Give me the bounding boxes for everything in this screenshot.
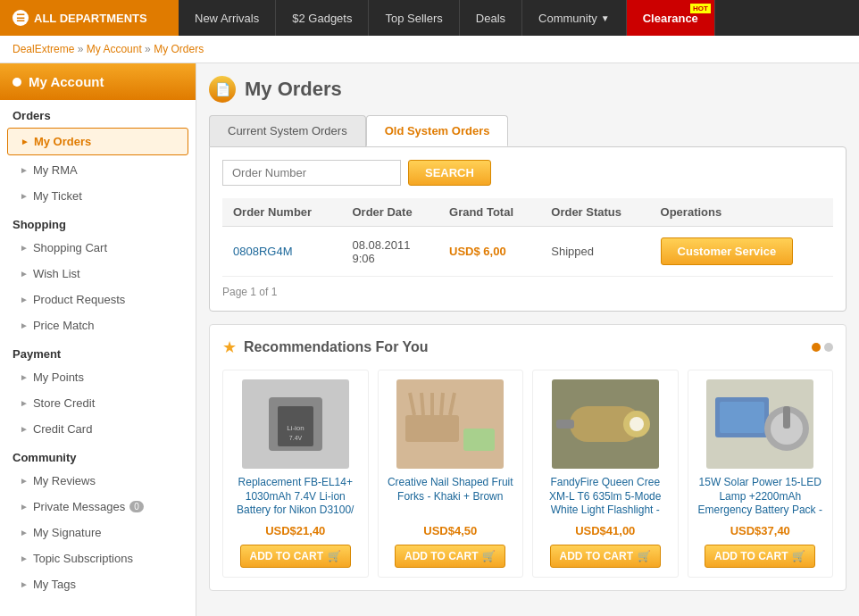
sidebar-item-label: Store Credit bbox=[33, 396, 95, 410]
sidebar-item-label: My Tags bbox=[33, 578, 76, 591]
col-header-grand-total: Grand Total bbox=[438, 198, 540, 227]
product-image-1: Li-ion 7.4V bbox=[242, 379, 349, 469]
sidebar-item-topic-subscriptions[interactable]: ► Topic Subscriptions bbox=[0, 545, 196, 571]
nav-item-clearance[interactable]: Clearance HOT bbox=[627, 0, 715, 36]
sidebar-item-store-credit[interactable]: ► Store Credit bbox=[0, 390, 196, 416]
sidebar-item-label: Credit Card bbox=[33, 422, 92, 436]
nav-item-new-arrivals[interactable]: New Arrivals bbox=[179, 0, 276, 36]
recommendations-products: Li-ion 7.4V Replacement FB-EL14+ 1030mAh… bbox=[222, 370, 833, 578]
sidebar-header-label: My Account bbox=[29, 74, 104, 89]
order-date-cell: 08.08.2011 9:06 bbox=[341, 227, 438, 277]
breadcrumb-sep2: » bbox=[145, 43, 151, 55]
carousel-dot-2[interactable] bbox=[824, 343, 833, 352]
nav-item-top-sellers[interactable]: Top Sellers bbox=[369, 0, 459, 36]
sidebar-item-my-reviews[interactable]: ► My Reviews bbox=[0, 468, 196, 494]
all-departments-button[interactable]: ☰ ALL DEPARTMENTS bbox=[0, 0, 179, 36]
sidebar-section-community: Community bbox=[0, 442, 196, 468]
breadcrumb-current: My Orders bbox=[154, 43, 204, 55]
recommendations-section: ★ Recommendations For You Li-ion 7.4V bbox=[209, 324, 846, 591]
nav-item-2-gadgets[interactable]: $2 Gadgets bbox=[276, 0, 369, 36]
arrow-icon: ► bbox=[20, 502, 29, 512]
sidebar-item-my-ticket[interactable]: ► My Ticket bbox=[0, 183, 196, 209]
sidebar-item-label: Price Match bbox=[33, 319, 95, 332]
sidebar-item-label: My Reviews bbox=[33, 474, 96, 487]
arrow-icon: ► bbox=[20, 554, 29, 563]
tab-current-system-orders[interactable]: Current System Orders bbox=[209, 115, 366, 146]
nav-item-deals[interactable]: Deals bbox=[460, 0, 522, 36]
svg-rect-19 bbox=[783, 406, 790, 429]
recommendation-product-2[interactable]: Creative Nail Shaped Fruit Forks - Khaki… bbox=[378, 370, 524, 578]
order-number-input[interactable] bbox=[222, 160, 401, 186]
cart-icon: 🛒 bbox=[792, 550, 805, 562]
svg-rect-4 bbox=[405, 415, 459, 442]
sidebar-header-dot bbox=[13, 78, 21, 87]
sidebar-item-label: My Signature bbox=[33, 526, 102, 539]
breadcrumb-account-link[interactable]: My Account bbox=[87, 43, 142, 55]
recommendation-product-1[interactable]: Li-ion 7.4V Replacement FB-EL14+ 1030mAh… bbox=[222, 370, 369, 578]
sidebar-item-my-orders[interactable]: ► My Orders bbox=[7, 128, 188, 155]
sidebar-item-product-requests[interactable]: ► Product Requests bbox=[0, 287, 196, 312]
hot-badge: HOT bbox=[690, 4, 711, 13]
star-icon: ★ bbox=[222, 337, 237, 357]
sidebar-item-label: My RMA bbox=[33, 163, 78, 177]
sidebar-item-my-points[interactable]: ► My Points bbox=[0, 364, 196, 390]
add-to-cart-button-3[interactable]: ADD TO CART 🛒 bbox=[550, 545, 661, 568]
breadcrumb-site-link[interactable]: DealExtreme bbox=[13, 43, 74, 55]
sidebar-item-wish-list[interactable]: ► Wish List bbox=[0, 261, 196, 287]
order-number-cell: 0808RG4M bbox=[222, 227, 341, 277]
page-title: My Orders bbox=[245, 78, 342, 101]
sidebar-item-label: My Orders bbox=[34, 135, 91, 148]
search-row: SEARCH bbox=[222, 160, 833, 186]
main-content: 📄 My Orders Current System Orders Old Sy… bbox=[196, 63, 859, 616]
sidebar-item-label: Wish List bbox=[33, 267, 80, 280]
svg-line-8 bbox=[441, 393, 443, 415]
arrow-icon: ► bbox=[20, 528, 29, 537]
arrow-icon: ► bbox=[20, 424, 29, 434]
add-to-cart-button-2[interactable]: ADD TO CART 🛒 bbox=[395, 545, 505, 568]
product-price-1: USD$21,40 bbox=[265, 524, 325, 537]
sidebar-item-shopping-cart[interactable]: ► Shopping Cart bbox=[0, 235, 196, 261]
sidebar-section-shopping: Shopping bbox=[0, 209, 196, 235]
add-to-cart-button-4[interactable]: ADD TO CART 🛒 bbox=[705, 545, 815, 568]
search-button[interactable]: SEARCH bbox=[408, 160, 491, 186]
dept-icon: ☰ bbox=[13, 10, 29, 26]
arrow-icon: ► bbox=[20, 372, 29, 382]
sidebar-item-label: Topic Subscriptions bbox=[33, 552, 133, 565]
sidebar-item-my-signature[interactable]: ► My Signature bbox=[0, 520, 196, 545]
sidebar-item-credit-card[interactable]: ► Credit Card bbox=[0, 416, 196, 442]
sidebar-item-label: Product Requests bbox=[33, 293, 125, 306]
recommendations-header: ★ Recommendations For You bbox=[222, 337, 833, 357]
recommendation-product-3[interactable]: FandyFire Queen Cree XM-L T6 635lm 5-Mod… bbox=[532, 370, 679, 578]
carousel-dot-1[interactable] bbox=[812, 343, 821, 352]
arrow-icon: ► bbox=[20, 165, 29, 175]
svg-point-13 bbox=[630, 417, 644, 431]
nav-items: New Arrivals $2 Gadgets Top Sellers Deal… bbox=[179, 0, 859, 36]
product-price-2: USD$4,50 bbox=[423, 524, 477, 537]
arrow-icon: ► bbox=[20, 243, 29, 253]
sidebar-item-my-rma[interactable]: ► My RMA bbox=[0, 157, 196, 183]
nav-item-community[interactable]: Community ▼ bbox=[522, 0, 627, 36]
orders-table: Order Number Order Date Grand Total Orde… bbox=[222, 198, 833, 277]
svg-text:7.4V: 7.4V bbox=[289, 435, 303, 441]
carousel-dots bbox=[812, 343, 833, 352]
order-number-link[interactable]: 0808RG4M bbox=[233, 245, 292, 258]
svg-text:Li-ion: Li-ion bbox=[287, 424, 304, 432]
recommendation-product-4[interactable]: 15W Solar Power 15-LED Lamp +2200mAh Eme… bbox=[688, 370, 834, 578]
pagination-info: Page 1 of 1 bbox=[222, 286, 833, 298]
col-header-order-date: Order Date bbox=[341, 198, 438, 227]
sidebar-item-private-messages[interactable]: ► Private Messages 0 bbox=[0, 494, 196, 520]
cart-icon: 🛒 bbox=[638, 550, 651, 562]
sidebar: My Account Orders ► My Orders ► My RMA ►… bbox=[0, 63, 196, 616]
chevron-down-icon: ▼ bbox=[601, 13, 610, 23]
add-to-cart-button-1[interactable]: ADD TO CART 🛒 bbox=[240, 545, 351, 568]
tab-old-system-orders[interactable]: Old System Orders bbox=[366, 115, 509, 146]
arrow-icon: ► bbox=[20, 295, 29, 304]
col-header-order-status: Order Status bbox=[540, 198, 649, 227]
sidebar-item-label: Shopping Cart bbox=[33, 241, 107, 254]
sidebar-item-my-tags[interactable]: ► My Tags bbox=[0, 571, 196, 597]
product-image-2 bbox=[396, 379, 504, 469]
customer-service-button[interactable]: Customer Service bbox=[661, 237, 794, 265]
sidebar-item-price-match[interactable]: ► Price Match bbox=[0, 312, 196, 338]
sidebar-section-payment: Payment bbox=[0, 338, 196, 364]
order-status-cell: Shipped bbox=[540, 227, 649, 277]
